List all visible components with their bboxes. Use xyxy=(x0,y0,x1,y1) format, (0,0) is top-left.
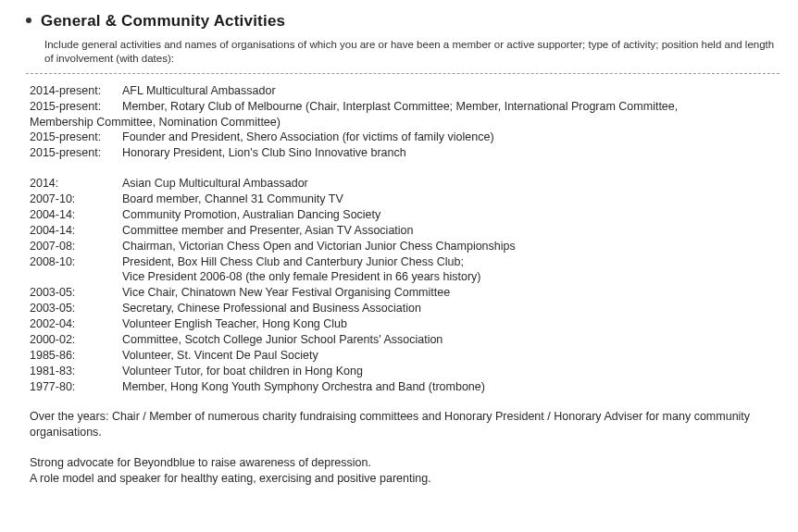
entry-date: 2002-04: xyxy=(30,316,122,332)
entry-row: 2004-14: Committee member and Presenter,… xyxy=(30,223,776,239)
entry-desc: Asian Cup Multicultural Ambassador xyxy=(122,176,776,192)
section-title: General & Community Activities xyxy=(41,11,285,32)
entry-date: 2000-02: xyxy=(30,332,122,348)
content-box: 2014-present: AFL Multicultural Ambassad… xyxy=(26,73,779,487)
entry-continuation: Membership Committee, Nomination Committ… xyxy=(30,115,776,130)
entry-date: 2004-14: xyxy=(30,207,122,223)
entry-date: 2015-present: xyxy=(30,145,122,161)
bullet-icon xyxy=(26,18,31,23)
entry-row: 2015-present: Member, Rotary Club of Mel… xyxy=(30,99,776,115)
entry-date: 2004-14: xyxy=(30,223,122,239)
entry-row: 2015-present: Honorary President, Lion's… xyxy=(30,145,776,161)
entry-desc: Vice Chair, Chinatown New Year Festival … xyxy=(122,285,776,301)
entry-row: 2015-present: Founder and President, She… xyxy=(30,130,776,145)
entry-desc: President, Box Hill Chess Club and Cante… xyxy=(122,254,776,270)
entry-date: 2014: xyxy=(30,176,122,192)
entry-row: 2002-04: Volunteer English Teacher, Hong… xyxy=(30,316,776,332)
entry-date: 1977-80: xyxy=(30,379,122,395)
entry-row: 2014-present: AFL Multicultural Ambassad… xyxy=(30,83,776,99)
entry-date: 2008-10: xyxy=(30,254,122,270)
entry-date: 2003-05: xyxy=(30,285,122,301)
entry-row: 2000-02: Committee, Scotch College Junio… xyxy=(30,332,776,348)
entry-desc: Member, Hong Kong Youth Symphony Orchest… xyxy=(122,379,776,395)
entry-date: 2015-present: xyxy=(30,99,122,115)
entry-date: 2014-present: xyxy=(30,83,122,99)
entry-row: 2003-05: Vice Chair, Chinatown New Year … xyxy=(30,285,776,301)
entry-desc: Honorary President, Lion's Club Sino Inn… xyxy=(122,145,776,161)
entry-desc: Member, Rotary Club of Melbourne (Chair,… xyxy=(122,99,776,115)
entry-desc: Secretary, Chinese Professional and Busi… xyxy=(122,301,776,316)
entry-desc: Volunteer, St. Vincent De Paul Society xyxy=(122,348,776,364)
entry-desc: AFL Multicultural Ambassador xyxy=(122,83,776,99)
entry-desc: Founder and President, Shero Association… xyxy=(122,130,776,145)
summary-note: Strong advocate for Beyondblue to raise … xyxy=(30,455,776,471)
entry-desc: Committee member and Presenter, Asian TV… xyxy=(122,223,776,239)
entry-desc: Chairman, Victorian Chess Open and Victo… xyxy=(122,239,776,254)
entry-row: 1981-83: Volunteer Tutor, for boat child… xyxy=(30,364,776,379)
entry-row: 1977-80: Member, Hong Kong Youth Symphon… xyxy=(30,379,776,395)
entry-row: 1985-86: Volunteer, St. Vincent De Paul … xyxy=(30,348,776,364)
entry-row: 2014: Asian Cup Multicultural Ambassador xyxy=(30,176,776,192)
entry-row: Vice President 2006-08 (the only female … xyxy=(30,269,776,285)
entry-date: 1985-86: xyxy=(30,348,122,364)
entry-desc: Community Promotion, Australian Dancing … xyxy=(122,207,776,223)
summary-note: A role model and speaker for healthy eat… xyxy=(30,471,776,487)
entry-row: 2007-08: Chairman, Victorian Chess Open … xyxy=(30,239,776,254)
entry-date: 2007-10: xyxy=(30,192,122,207)
entry-desc: Vice President 2006-08 (the only female … xyxy=(122,269,776,285)
section-header: General & Community Activities xyxy=(26,11,779,32)
summary-note: Over the years: Chair / Member of numero… xyxy=(30,409,776,440)
entry-date: 2007-08: xyxy=(30,239,122,254)
section-intro: Include general activities and names of … xyxy=(44,38,779,66)
entry-date: 2015-present: xyxy=(30,130,122,145)
entry-row: 2007-10: Board member, Channel 31 Commun… xyxy=(30,192,776,207)
entry-desc: Committee, Scotch College Junior School … xyxy=(122,332,776,348)
entry-desc: Volunteer English Teacher, Hong Kong Clu… xyxy=(122,316,776,332)
entry-row: 2004-14: Community Promotion, Australian… xyxy=(30,207,776,223)
entry-desc: Board member, Channel 31 Community TV xyxy=(122,192,776,207)
entry-date: 1981-83: xyxy=(30,364,122,379)
entry-row: 2008-10: President, Box Hill Chess Club … xyxy=(30,254,776,270)
entry-row: 2003-05: Secretary, Chinese Professional… xyxy=(30,301,776,316)
entry-desc: Volunteer Tutor, for boat children in Ho… xyxy=(122,364,776,379)
entry-date: 2003-05: xyxy=(30,301,122,316)
